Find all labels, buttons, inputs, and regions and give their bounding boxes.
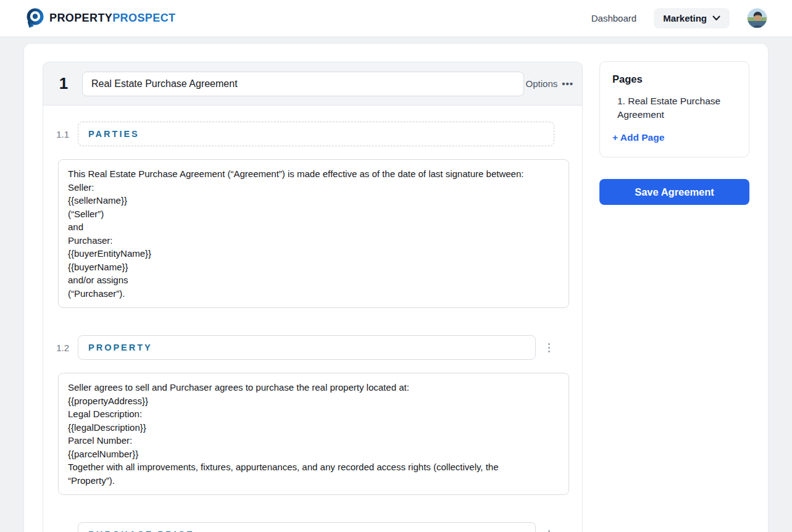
spacer [43, 322, 582, 335]
page-title-input[interactable] [82, 72, 524, 96]
page-list-item[interactable]: 1. Real Estate Purchase Agreement [617, 94, 736, 122]
pages-panel: Pages 1. Real Estate Purchase Agreement … [599, 61, 749, 157]
page-body: 1.1 PARTIES This Real Estate Purchase Ag… [43, 106, 583, 532]
workspace-selector[interactable]: Marketing [654, 8, 730, 28]
section-row-property: 1.2 PROPERTY [43, 335, 582, 360]
section-heading-input-parties[interactable]: PARTIES [78, 122, 554, 146]
ellipsis-icon: ••• [562, 78, 573, 89]
kebab-menu-icon[interactable] [544, 528, 554, 532]
kebab-menu-icon[interactable] [544, 341, 554, 354]
section-row-parties: 1.1 PARTIES [43, 122, 582, 146]
options-label: Options [526, 78, 558, 89]
top-header: PROPERTYPROSPECT Dashboard Marketing [0, 0, 792, 37]
brand-wordmark: PROPERTYPROSPECT [49, 12, 175, 25]
brand-logo[interactable]: PROPERTYPROSPECT [25, 7, 175, 30]
pages-panel-title: Pages [612, 73, 736, 85]
section-number: 1.3 [43, 530, 78, 532]
chevron-down-icon [712, 15, 720, 21]
section-body-property[interactable]: Seller agrees to sell and Purchaser agre… [58, 373, 569, 495]
page-header-bar: 1 Options ••• [43, 62, 583, 106]
page-options-button[interactable]: Options ••• [526, 78, 573, 89]
section-row-purchase-price: 1.3 PURCHASE PRICE [43, 522, 582, 532]
nav-dashboard-link[interactable]: Dashboard [591, 13, 636, 23]
section-heading-input-purchase-price[interactable]: PURCHASE PRICE [78, 522, 536, 532]
section-heading-input-property[interactable]: PROPERTY [78, 335, 536, 360]
spacer [43, 509, 582, 522]
section-number: 1.1 [43, 129, 78, 139]
section-body-parties[interactable]: This Real Estate Purchase Agreement (“Ag… [58, 159, 569, 308]
page-number: 1 [54, 74, 73, 93]
top-navigation: Dashboard Marketing [591, 8, 767, 28]
save-agreement-button[interactable]: Save Agreement [599, 179, 749, 205]
content-card: 1 Options ••• 1.1 PARTIES This Real Esta… [23, 43, 769, 532]
workspace-label: Marketing [663, 13, 707, 23]
user-avatar[interactable] [747, 8, 767, 28]
map-pin-icon [25, 7, 46, 30]
add-page-link[interactable]: + Add Page [612, 132, 736, 143]
section-number: 1.2 [43, 343, 78, 353]
agreement-editor: 1 Options ••• 1.1 PARTIES This Real Esta… [43, 62, 583, 532]
